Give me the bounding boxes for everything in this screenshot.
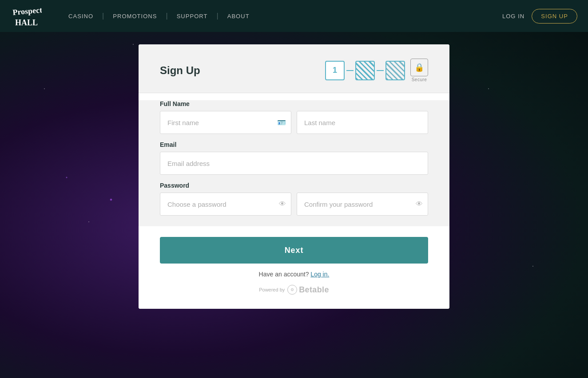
password-row: 👁 👁 [160, 193, 428, 216]
id-card-icon: 🪪 [277, 118, 286, 127]
password-label: Password [160, 182, 428, 189]
powered-by-text: Powered by [259, 287, 285, 292]
step-lock: 🔒 Secure [410, 59, 428, 82]
step-connector-1 [346, 70, 354, 71]
email-label: Email [160, 141, 428, 148]
nav-support[interactable]: SUPPORT [168, 13, 217, 20]
nav-casino[interactable]: CASINO [60, 13, 102, 20]
betable-name: Betable [299, 285, 329, 295]
lock-icon: 🔒 [410, 59, 428, 76]
next-button[interactable]: Next [160, 237, 428, 264]
step-1: 1 [325, 61, 345, 80]
betable-icon: ⚙ [287, 285, 297, 295]
secure-label: Secure [412, 77, 427, 82]
header: Prospect HALL CASINO | PROMOTIONS | SUPP… [0, 0, 588, 32]
login-button[interactable]: LOG IN [502, 13, 524, 20]
logo[interactable]: Prospect HALL [11, 4, 42, 28]
choose-password-input[interactable] [160, 193, 291, 216]
full-name-label: Full Name [160, 100, 428, 107]
login-link[interactable]: Log in. [310, 271, 329, 278]
svg-text:Prospect: Prospect [12, 5, 42, 17]
have-account-text: Have an account? [259, 271, 309, 278]
modal-title: Sign Up [160, 64, 200, 77]
betable-logo: ⚙ Betable [287, 285, 329, 295]
step-connector-2 [377, 70, 384, 71]
last-name-input[interactable] [297, 111, 428, 134]
svg-text:HALL: HALL [15, 18, 38, 27]
login-link-row: Have an account? Log in. [259, 271, 330, 278]
modal-body: Full Name 🪪 Email Password 👁 [139, 100, 449, 226]
email-input[interactable] [160, 152, 428, 175]
main-nav: CASINO | PROMOTIONS | SUPPORT | ABOUT [60, 12, 502, 20]
powered-by: Powered by ⚙ Betable [259, 285, 329, 295]
choose-password-wrapper: 👁 [160, 193, 291, 216]
email-wrapper [160, 152, 428, 175]
email-row [160, 152, 428, 175]
signup-button[interactable]: SIGN UP [532, 9, 577, 24]
header-actions: LOG IN SIGN UP [502, 9, 577, 24]
step-2 [355, 61, 375, 80]
modal-footer: Next Have an account? Log in. Powered by… [139, 226, 449, 309]
confirm-password-input[interactable] [297, 193, 428, 216]
first-name-wrapper: 🪪 [160, 111, 291, 134]
eye-icon-2: 👁 [416, 200, 423, 208]
nav-about[interactable]: ABOUT [219, 13, 258, 20]
full-name-row: 🪪 [160, 111, 428, 134]
signup-modal: Sign Up 1 🔒 Secure Full Name 🪪 [139, 44, 449, 309]
eye-icon-1: 👁 [279, 200, 286, 208]
confirm-password-wrapper: 👁 [297, 193, 428, 216]
nav-promotions[interactable]: PROMOTIONS [104, 13, 166, 20]
first-name-input[interactable] [160, 111, 291, 134]
modal-header: Sign Up 1 🔒 Secure [139, 44, 449, 93]
steps-indicator: 1 🔒 Secure [325, 59, 428, 82]
step-3 [385, 61, 405, 80]
last-name-wrapper [297, 111, 428, 134]
